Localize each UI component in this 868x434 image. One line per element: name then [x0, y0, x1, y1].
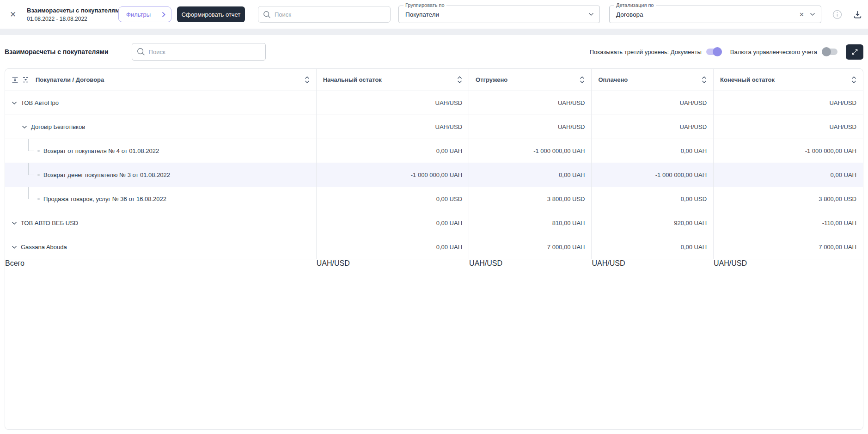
info-icon[interactable] — [831, 9, 843, 20]
header-opening-balance: Начальный остаток — [317, 69, 469, 91]
table-row[interactable]: ТОВ АВТО ВЕБ USD0,00 UAH810,00 UAH920,00… — [5, 211, 863, 235]
date-range: 01.08.2022 - 18.08.2022 — [27, 16, 112, 22]
report-search-input[interactable] — [149, 49, 261, 55]
chevron-down-icon[interactable] — [588, 12, 594, 16]
row-label: Возврат денег покупателю № 3 от 01.08.20… — [43, 171, 170, 178]
column-label: Конечный остаток — [720, 76, 775, 83]
cell-value: 0,00 UAH — [592, 139, 714, 163]
cell-value: -1 000 000,00 UAH — [714, 139, 863, 163]
bullet-icon — [37, 174, 40, 176]
close-icon[interactable]: ✕ — [7, 9, 18, 20]
cell-value: -1 000 000,00 UAH — [469, 139, 592, 163]
totals-value: UAH/USD — [592, 259, 714, 268]
bullet-icon — [37, 150, 40, 152]
chevron-down-icon[interactable] — [12, 99, 17, 106]
totals-label: Всего — [5, 259, 317, 268]
table-row[interactable]: Договір БезготівковUAH/USDUAH/USDUAH/USD… — [5, 115, 863, 139]
chevron-down-icon[interactable] — [12, 244, 17, 251]
chevron-down-icon[interactable] — [22, 123, 27, 130]
column-label: Начальный остаток — [323, 76, 382, 83]
table-header-row: Покупатели / Договора Начальный остаток … — [5, 69, 863, 91]
download-icon[interactable] — [852, 9, 863, 20]
collapse-all-icon[interactable] — [12, 76, 18, 83]
cell-value: 3 800,00 USD — [714, 187, 863, 211]
sort-icon[interactable] — [457, 76, 462, 84]
filters-label: Фильтры — [126, 11, 151, 18]
totals-value: UAH/USD — [714, 259, 863, 268]
cell-value: 3 800,00 USD — [469, 187, 592, 211]
cell-value: -1 000 000,00 UAH — [317, 163, 469, 187]
tree-connector — [28, 139, 34, 151]
sort-icon[interactable] — [702, 76, 707, 84]
table-row[interactable]: Возврат денег покупателю № 3 от 01.08.20… — [5, 163, 863, 187]
management-currency-toggle-label: Валюта управленческого учета — [730, 49, 817, 55]
cell-value: 7 000,00 UAH — [469, 235, 592, 259]
cell-value: 0,00 UAH — [317, 211, 469, 235]
header-closing-balance: Конечный остаток — [714, 69, 863, 91]
cell-value: 920,00 UAH — [592, 211, 714, 235]
cell-value: 7 000,00 UAH — [714, 235, 863, 259]
table-row[interactable]: Gassana Abouda0,00 UAH7 000,00 UAH0,00 U… — [5, 235, 863, 259]
cell-value: UAH/USD — [714, 91, 863, 115]
table-row[interactable]: Возврат от покупателя № 4 от 01.08.20220… — [5, 139, 863, 163]
cell-value: 0,00 UAH — [714, 163, 863, 187]
cell-value: 0,00 UAH — [592, 235, 714, 259]
clear-icon[interactable]: ✕ — [799, 11, 804, 18]
sort-icon[interactable] — [580, 76, 585, 84]
row-label: Договір Безготівков — [31, 123, 85, 130]
header-paid: Оплачено — [592, 69, 714, 91]
header-shipped: Отгружено — [469, 69, 592, 91]
top-toolbar: ✕ Взаиморасчеты с покупателями 01.08.202… — [0, 0, 868, 29]
report-header: Взаиморасчеты с покупателями Показывать … — [0, 35, 868, 68]
row-label: ТОВ АВТО ВЕБ USD — [21, 220, 78, 226]
chevron-down-icon[interactable] — [12, 220, 17, 226]
report-table-card: Покупатели / Договора Начальный остаток … — [5, 68, 863, 430]
column-label: Отгружено — [476, 76, 507, 83]
table-row[interactable]: Продажа товаров, услуг № 36 от 16.08.202… — [5, 187, 863, 211]
cell-value: UAH/USD — [714, 115, 863, 139]
detail-by-label: Детализация по — [614, 2, 656, 8]
header-customers-contracts: Покупатели / Договора — [5, 69, 317, 91]
detail-by-select[interactable]: Детализация по Договора ✕ — [609, 6, 821, 23]
cell-value: UAH/USD — [317, 115, 469, 139]
page-title: Взаиморасчеты с покупателями — [5, 48, 109, 55]
chevron-right-icon — [162, 12, 165, 18]
sort-icon[interactable] — [305, 76, 310, 84]
cell-value: UAH/USD — [469, 91, 592, 115]
cell-value: 0,00 UAH — [317, 139, 469, 163]
table-row[interactable]: ТОВ АвтоПроUAH/USDUAH/USDUAH/USDUAH/USD — [5, 91, 863, 115]
group-by-value: Покупатели — [399, 11, 439, 18]
window-title: Взаиморасчеты с покупателями — [27, 7, 123, 14]
group-by-select[interactable]: Группировать по Покупатели — [398, 6, 600, 23]
totals-value: UAH/USD — [469, 259, 592, 268]
report-title-block[interactable]: Взаиморасчеты с покупателями 01.08.2022 … — [27, 7, 112, 22]
chevron-down-icon[interactable] — [810, 12, 815, 16]
group-by-label: Группировать по — [403, 2, 446, 8]
tree-connector — [28, 187, 34, 199]
cell-value: -110,00 UAH — [714, 211, 863, 235]
management-currency-toggle[interactable] — [822, 47, 837, 56]
cell-value: 0,00 USD — [592, 187, 714, 211]
expand-all-icon[interactable] — [22, 76, 29, 83]
totals-row: Всего UAH/USD UAH/USD UAH/USD UAH/USD — [5, 259, 863, 268]
row-name-cell: ТОВ АВТО ВЕБ USD — [5, 211, 317, 235]
row-name-cell: Возврат денег покупателю № 3 от 01.08.20… — [5, 163, 317, 187]
bullet-icon — [37, 198, 40, 200]
fullscreen-button[interactable] — [846, 44, 863, 60]
third-level-toggle[interactable] — [706, 47, 722, 56]
row-label: Gassana Abouda — [21, 244, 67, 251]
third-level-toggle-label: Показывать третий уровень: Документы — [590, 49, 702, 55]
search-icon — [263, 11, 271, 18]
generate-report-button[interactable]: Сформировать отчет — [177, 6, 245, 22]
cell-value: UAH/USD — [469, 115, 592, 139]
sort-icon[interactable] — [851, 76, 856, 84]
topbar-search-input[interactable] — [275, 11, 385, 18]
topbar-search — [258, 6, 391, 23]
filters-button[interactable]: Фильтры — [118, 6, 171, 22]
row-name-cell: Продажа товаров, услуг № 36 от 16.08.202… — [5, 187, 317, 211]
cell-value: 0,00 UAH — [317, 235, 469, 259]
cell-value: UAH/USD — [592, 91, 714, 115]
search-icon — [137, 48, 145, 56]
row-label: Возврат от покупателя № 4 от 01.08.2022 — [43, 147, 159, 154]
row-name-cell: Gassana Abouda — [5, 235, 317, 259]
